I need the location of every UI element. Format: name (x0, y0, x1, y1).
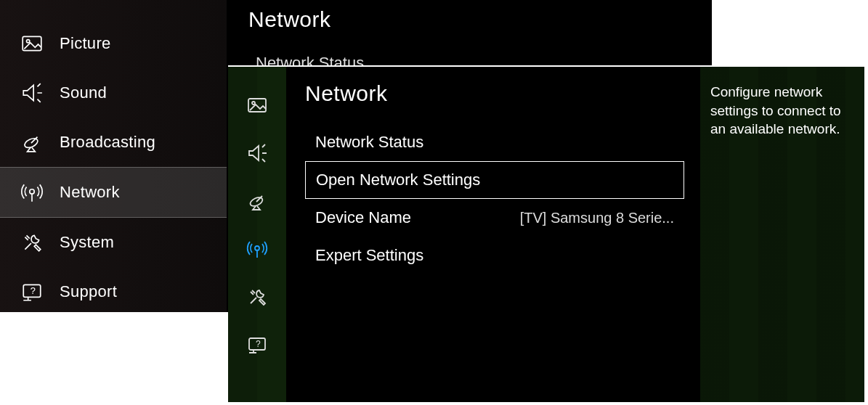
menu-item-value: [TV] Samsung 8 Serie... (520, 210, 674, 226)
menu-item-device-name[interactable]: Device Name [TV] Samsung 8 Serie... (305, 199, 684, 237)
antenna-icon (20, 181, 44, 204)
tools-icon[interactable] (246, 286, 268, 308)
sidebar-item-support[interactable]: Support (0, 267, 227, 316)
sidebar-item-label: Sound (60, 83, 107, 102)
menu-item-network-status[interactable]: Network Status (305, 123, 684, 161)
mini-sidebar (228, 67, 286, 402)
sound-icon[interactable] (246, 142, 268, 164)
satellite-icon[interactable] (246, 190, 268, 212)
sidebar-item-system[interactable]: System (0, 218, 227, 267)
back-page-title: Network (248, 7, 690, 32)
sidebar-item-picture[interactable]: Picture (0, 19, 227, 68)
sidebar-item-label: System (60, 233, 114, 252)
antenna-icon[interactable] (246, 238, 268, 260)
sidebar-item-network[interactable]: Network (0, 167, 227, 218)
picture-icon[interactable] (246, 94, 268, 116)
tools-icon (20, 231, 44, 254)
menu-item-expert-settings[interactable]: Expert Settings (305, 237, 684, 274)
menu-item-label: Expert Settings (315, 246, 423, 265)
settings-sidebar: Picture Sound Broadcasting Network Syste (0, 0, 227, 312)
help-text: Configure network settings to connect to… (710, 83, 853, 139)
sidebar-item-sound[interactable]: Sound (0, 68, 227, 118)
sidebar-item-label: Support (60, 282, 117, 301)
menu-item-label: Device Name (315, 208, 411, 227)
menu-item-open-network-settings[interactable]: Open Network Settings (305, 161, 684, 199)
menu-item-label: Open Network Settings (316, 171, 480, 189)
picture-icon (20, 32, 44, 55)
sound-icon (20, 81, 44, 105)
help-pane: Configure network settings to connect to… (700, 67, 864, 402)
sidebar-item-label: Network (60, 183, 120, 202)
satellite-icon (20, 131, 44, 154)
front-content-pane: Network Network Status Open Network Sett… (286, 67, 700, 402)
sidebar-item-label: Picture (60, 34, 111, 53)
menu-item-label: Network Status (315, 133, 423, 152)
support-icon (20, 280, 44, 303)
sidebar-item-broadcasting[interactable]: Broadcasting (0, 118, 227, 167)
support-icon[interactable] (246, 334, 268, 356)
sidebar-item-label: Broadcasting (60, 133, 155, 152)
settings-front-panel: Network Network Status Open Network Sett… (228, 65, 866, 404)
page-title: Network (305, 81, 684, 106)
